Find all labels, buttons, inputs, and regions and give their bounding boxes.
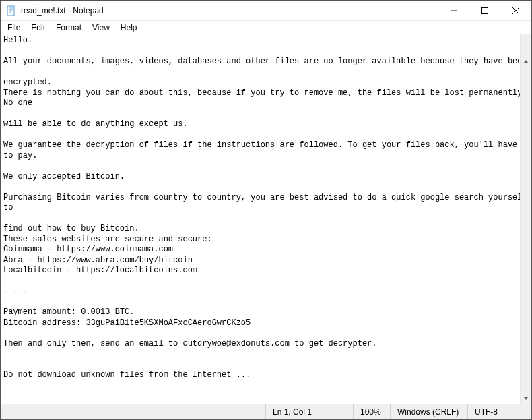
menu-file[interactable]: File — [2, 22, 26, 34]
maximize-button[interactable] — [469, 1, 500, 20]
statusbar: Ln 1, Col 1 100% Windows (CRLF) UTF-8 — [1, 404, 531, 419]
editor-content: Hello. All your documents, images, video… — [3, 36, 531, 380]
menu-view[interactable]: View — [87, 22, 115, 34]
minimize-button[interactable] — [438, 1, 469, 20]
status-line-ending: Windows (CRLF) — [390, 404, 467, 419]
svg-rect-6 — [482, 7, 488, 13]
menu-format[interactable]: Format — [51, 22, 87, 34]
vertical-scrollbar[interactable] — [520, 34, 531, 404]
status-encoding: UTF-8 — [467, 404, 531, 419]
text-editor[interactable]: Hello. All your documents, images, video… — [1, 34, 531, 404]
scroll-down-icon[interactable] — [521, 392, 531, 404]
titlebar: read_me!.txt - Notepad — [1, 1, 531, 21]
window-controls — [438, 1, 531, 20]
status-zoom: 100% — [353, 404, 390, 419]
menu-edit[interactable]: Edit — [26, 22, 51, 34]
close-button[interactable] — [500, 1, 531, 20]
status-position: Ln 1, Col 1 — [265, 404, 353, 419]
menu-help[interactable]: Help — [115, 22, 143, 34]
notepad-icon — [6, 5, 17, 16]
menubar: File Edit Format View Help — [1, 21, 531, 34]
window-title: read_me!.txt - Notepad — [21, 6, 438, 16]
scroll-up-icon[interactable] — [521, 55, 531, 67]
